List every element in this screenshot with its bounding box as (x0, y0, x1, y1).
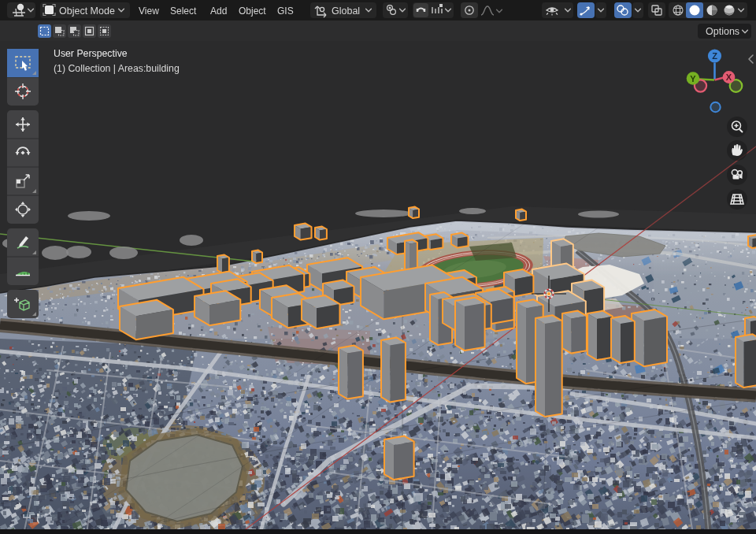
svg-text:Y: Y (690, 74, 696, 83)
svg-text:X: X (726, 72, 732, 82)
svg-text:View: View (139, 6, 159, 17)
svg-text:Select: Select (170, 6, 197, 17)
svg-text:User Perspective: User Perspective (54, 48, 128, 59)
svg-text:Global: Global (332, 6, 360, 17)
svg-text:Z: Z (712, 51, 717, 61)
svg-text:Add: Add (210, 6, 227, 17)
svg-text:(1) Collection | Areas:buildin: (1) Collection | Areas:building (54, 63, 180, 74)
svg-text:GIS: GIS (277, 6, 294, 17)
svg-text:Options: Options (706, 26, 739, 37)
svg-text:Object Mode: Object Mode (59, 6, 115, 17)
svg-text:Object: Object (239, 6, 266, 17)
